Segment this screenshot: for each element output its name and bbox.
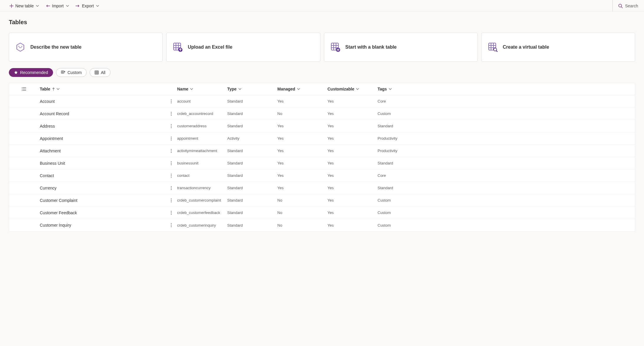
cell-tags: Standard: [378, 186, 635, 190]
list-number-icon: [22, 87, 26, 91]
svg-point-28: [171, 175, 172, 176]
col-header-table[interactable]: Table: [39, 87, 165, 91]
card-label: Create a virtual table: [503, 45, 549, 50]
import-icon: [45, 4, 50, 8]
row-actions-button[interactable]: [168, 147, 175, 154]
table-row[interactable]: Appointment appointment Activity Yes Yes…: [9, 132, 635, 145]
svg-point-9: [171, 99, 172, 100]
svg-point-36: [171, 211, 172, 212]
cell-managed: No: [277, 198, 327, 202]
table-row[interactable]: Contact contact Standard Yes Yes Core: [9, 169, 635, 182]
cell-tags: Custom: [378, 210, 635, 215]
cell-display-name: Business Unit: [39, 161, 165, 166]
search-button[interactable]: Search: [612, 0, 638, 11]
filter-label: Custom: [67, 70, 82, 75]
content-area: Tables Describe the new table Upload an …: [0, 12, 644, 232]
export-button[interactable]: Export: [75, 2, 100, 9]
svg-point-29: [171, 177, 172, 177]
cell-managed: Yes: [277, 136, 327, 141]
row-actions-button[interactable]: [168, 197, 175, 204]
grid-icon: [95, 70, 99, 75]
cell-display-name: Appointment: [39, 136, 165, 141]
row-actions-button[interactable]: [168, 98, 175, 105]
cell-type: Standard: [227, 161, 277, 165]
table-add-icon: [330, 42, 341, 52]
more-vertical-icon: [171, 136, 172, 141]
table-row[interactable]: Account Record crdeb_accountrecord Stand…: [9, 108, 635, 120]
cell-managed: No: [277, 223, 327, 228]
row-actions-button[interactable]: [168, 135, 175, 142]
cell-type: Standard: [227, 124, 277, 128]
table-row[interactable]: Address customeraddress Standard Yes Yes…: [9, 120, 635, 132]
col-header-type[interactable]: Type: [227, 87, 277, 91]
col-label: Customizable: [327, 87, 354, 91]
row-actions-button[interactable]: [168, 209, 175, 216]
svg-point-16: [171, 126, 172, 126]
svg-point-26: [171, 164, 172, 165]
row-menu-cell: [165, 135, 177, 142]
svg-point-21: [171, 149, 172, 150]
cell-name: appointment: [177, 136, 227, 141]
row-menu-cell: [165, 147, 177, 154]
table-row[interactable]: Account account Standard Yes Yes Core: [9, 95, 635, 108]
col-label: Name: [177, 87, 188, 91]
row-actions-button[interactable]: [168, 123, 175, 130]
row-menu-cell: [165, 184, 177, 192]
card-blank-table[interactable]: Start with a blank table: [324, 33, 478, 62]
card-describe-table[interactable]: Describe the new table: [9, 33, 163, 62]
cell-customizable: Yes: [327, 210, 378, 215]
cell-tags: Custom: [378, 111, 635, 116]
row-actions-button[interactable]: [168, 184, 175, 192]
row-actions-button[interactable]: [168, 172, 175, 179]
cell-customizable: Yes: [327, 173, 378, 178]
row-actions-button[interactable]: [168, 222, 175, 229]
table-body: Account account Standard Yes Yes Core Ac…: [9, 95, 635, 231]
cell-customizable: Yes: [327, 136, 378, 141]
cell-managed: Yes: [277, 124, 327, 128]
chevron-down-icon: [66, 5, 69, 7]
svg-point-27: [171, 174, 172, 174]
cell-type: Standard: [227, 223, 277, 228]
cell-managed: No: [277, 111, 327, 116]
export-icon: [75, 4, 80, 8]
row-number-header[interactable]: [9, 87, 39, 91]
filter-all[interactable]: All: [90, 68, 111, 77]
table-row[interactable]: Attachment activitymimeattachment Standa…: [9, 145, 635, 157]
more-vertical-icon: [171, 211, 172, 215]
table-row[interactable]: Business Unit businessunit Standard Yes …: [9, 157, 635, 169]
card-virtual-table[interactable]: Create a virtual table: [481, 33, 635, 62]
table-row[interactable]: Customer Feedback crdeb_customerfeedback…: [9, 207, 635, 219]
import-button[interactable]: Import: [45, 2, 70, 9]
row-menu-cell: [165, 110, 177, 117]
row-menu-cell: [165, 209, 177, 216]
more-vertical-icon: [171, 186, 172, 190]
filter-recommended[interactable]: Recommended: [9, 68, 53, 77]
row-actions-button[interactable]: [168, 110, 175, 117]
col-header-customizable[interactable]: Customizable: [327, 87, 378, 91]
cell-type: Standard: [227, 186, 277, 190]
filter-row: Recommended Custom All: [9, 68, 635, 77]
cell-tags: Custom: [378, 223, 635, 228]
col-header-tags[interactable]: Tags: [378, 87, 635, 91]
card-upload-excel[interactable]: Upload an Excel file: [166, 33, 320, 62]
table-upload-icon: [172, 42, 183, 52]
filter-custom[interactable]: Custom: [56, 68, 87, 77]
new-table-button[interactable]: New table: [9, 2, 39, 9]
cell-tags: Productivity: [378, 136, 635, 141]
card-label: Start with a blank table: [345, 45, 397, 50]
row-actions-button[interactable]: [168, 160, 175, 167]
cell-name: activitymimeattachment: [177, 149, 227, 153]
svg-point-41: [171, 226, 172, 227]
table-row[interactable]: Currency transactioncurrency Standard Ye…: [9, 182, 635, 194]
cell-name: businessunit: [177, 161, 227, 165]
grid-extend-icon: [61, 70, 65, 75]
table-row[interactable]: Customer Inquiry crdeb_customerinquiry S…: [9, 219, 635, 231]
cell-managed: Yes: [277, 161, 327, 165]
row-menu-cell: [165, 98, 177, 105]
col-header-name[interactable]: Name: [177, 87, 227, 91]
col-header-managed[interactable]: Managed: [277, 87, 327, 91]
cell-display-name: Address: [39, 124, 165, 128]
cell-display-name: Customer Feedback: [39, 210, 165, 215]
table-row[interactable]: Customer Complaint crdeb_customercomplai…: [9, 194, 635, 207]
svg-point-37: [171, 212, 172, 213]
